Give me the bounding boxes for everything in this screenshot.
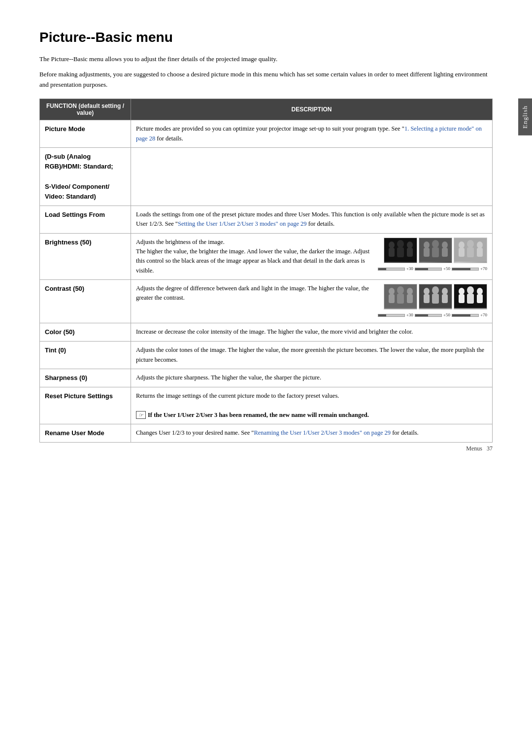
table-row: Sharpness (0) Adjusts the picture sharpn… bbox=[40, 369, 493, 387]
func-tint: Tint (0) bbox=[40, 342, 131, 369]
desc-picture-mode: Picture modes are provided so you can op… bbox=[131, 120, 493, 148]
contrast-images: +30 +50 +70 bbox=[378, 284, 487, 319]
reset-note: If the User 1/User 2/User 3 has been ren… bbox=[148, 412, 369, 418]
func-load-settings: Load Settings From bbox=[40, 206, 131, 233]
intro-paragraph-1: The Picture--Basic menu allows you to ad… bbox=[39, 54, 493, 65]
svg-point-26 bbox=[407, 288, 413, 295]
desc-color: Increase or decrease the color intensity… bbox=[131, 323, 493, 342]
svg-rect-39 bbox=[467, 294, 474, 304]
slider-label-50: +50 bbox=[443, 266, 450, 273]
desc-load-settings: Loads the settings from one of the prese… bbox=[131, 206, 493, 233]
svg-rect-32 bbox=[432, 294, 439, 304]
svg-rect-2 bbox=[389, 248, 395, 257]
language-tab: English bbox=[518, 99, 532, 136]
svg-rect-13 bbox=[442, 248, 448, 257]
col1-header: FUNCTION (default setting / value) bbox=[40, 99, 131, 120]
link-selecting-picture[interactable]: 1. Selecting a picture mode" on page 28 bbox=[136, 125, 482, 141]
feature-table: FUNCTION (default setting / value) DESCR… bbox=[39, 99, 493, 443]
svg-rect-41 bbox=[477, 294, 483, 303]
svg-point-22 bbox=[389, 288, 395, 295]
contrast-thumb-mid bbox=[419, 284, 452, 309]
svg-point-40 bbox=[477, 288, 483, 295]
svg-rect-20 bbox=[477, 248, 483, 257]
intro-paragraph-2: Before making adjustments, you are sugge… bbox=[39, 69, 493, 90]
contrast-slider-50: +50 bbox=[443, 312, 450, 319]
slider-label-70: +70 bbox=[480, 266, 487, 273]
svg-point-5 bbox=[407, 241, 413, 248]
table-row: Reset Picture Settings Returns the image… bbox=[40, 387, 493, 424]
desc-sharpness: Adjusts the picture sharpness. The highe… bbox=[131, 369, 493, 387]
svg-point-31 bbox=[432, 286, 439, 294]
svg-point-15 bbox=[459, 241, 465, 248]
svg-rect-37 bbox=[459, 294, 465, 303]
table-row: Picture Mode Picture modes are provided … bbox=[40, 120, 493, 148]
link-renaming[interactable]: Renaming the User 1/User 2/User 3 modes"… bbox=[254, 429, 391, 436]
brightness-images: +30 +50 +70 bbox=[378, 238, 487, 273]
table-row: Tint (0) Adjusts the color tones of the … bbox=[40, 342, 493, 369]
func-reset: Reset Picture Settings bbox=[40, 387, 131, 424]
svg-point-10 bbox=[432, 240, 439, 248]
svg-rect-18 bbox=[467, 247, 474, 257]
page-title: Picture--Basic menu bbox=[39, 30, 493, 45]
svg-point-38 bbox=[467, 286, 474, 294]
svg-rect-11 bbox=[432, 247, 439, 257]
desc-contrast: Adjusts the degree of difference between… bbox=[131, 280, 493, 323]
table-row: Brightness (50) Adjusts the brightness o… bbox=[40, 233, 493, 280]
table-row: Color (50) Increase or decrease the colo… bbox=[40, 323, 493, 342]
svg-point-8 bbox=[424, 241, 430, 248]
contrast-sliders: +30 +50 +70 bbox=[378, 312, 487, 319]
footer-page: 37 bbox=[487, 445, 493, 452]
svg-rect-9 bbox=[424, 248, 430, 257]
func-sharpness: Sharpness (0) bbox=[40, 369, 131, 387]
brightness-thumb-mid bbox=[419, 238, 452, 263]
col2-header: DESCRIPTION bbox=[131, 99, 493, 120]
svg-rect-6 bbox=[407, 248, 413, 257]
table-row: Load Settings From Loads the settings fr… bbox=[40, 206, 493, 233]
func-brightness: Brightness (50) bbox=[40, 233, 131, 280]
desc-reset: Returns the image settings of the curren… bbox=[131, 387, 493, 424]
desc-dsub bbox=[131, 148, 493, 206]
contrast-thumb-low bbox=[384, 284, 417, 309]
table-row: Rename User Mode Changes User 1/2/3 to y… bbox=[40, 424, 493, 443]
page-footer: Menus 37 bbox=[466, 445, 493, 452]
func-dsub: (D-sub (Analog RGB)/HDMI: Standard; S-Vi… bbox=[40, 148, 131, 206]
table-row: (D-sub (Analog RGB)/HDMI: Standard; S-Vi… bbox=[40, 148, 493, 206]
func-rename: Rename User Mode bbox=[40, 424, 131, 443]
note-icon: ☞ bbox=[136, 411, 146, 419]
contrast-slider-30: +30 bbox=[406, 312, 413, 319]
link-user-modes[interactable]: Setting the User 1/User 2/User 3 modes" … bbox=[178, 220, 307, 227]
svg-point-24 bbox=[397, 286, 404, 294]
svg-rect-25 bbox=[397, 294, 404, 304]
table-row: Contrast (50) Adjusts the degree of diff… bbox=[40, 280, 493, 323]
brightness-thumb-dark bbox=[384, 238, 417, 263]
desc-brightness: Adjusts the brightness of the image. The… bbox=[131, 233, 493, 280]
svg-rect-23 bbox=[389, 294, 395, 303]
svg-point-33 bbox=[442, 288, 448, 295]
svg-point-12 bbox=[442, 241, 448, 248]
contrast-thumb-high bbox=[454, 284, 487, 309]
svg-point-29 bbox=[424, 288, 430, 295]
svg-rect-34 bbox=[442, 294, 448, 303]
desc-rename: Changes User 1/2/3 to your desired name.… bbox=[131, 424, 493, 443]
slider-label-30: +30 bbox=[406, 266, 413, 273]
func-contrast: Contrast (50) bbox=[40, 280, 131, 323]
svg-rect-27 bbox=[407, 294, 413, 303]
func-picture-mode: Picture Mode bbox=[40, 120, 131, 148]
svg-rect-30 bbox=[424, 294, 430, 303]
svg-point-1 bbox=[389, 241, 395, 248]
svg-point-17 bbox=[467, 240, 474, 248]
svg-rect-16 bbox=[459, 248, 465, 257]
func-color: Color (50) bbox=[40, 323, 131, 342]
footer-text: Menus bbox=[466, 445, 482, 452]
svg-rect-4 bbox=[397, 247, 404, 257]
brightness-thumb-bright bbox=[454, 238, 487, 263]
svg-point-3 bbox=[397, 240, 404, 248]
brightness-sliders: +30 +50 +70 bbox=[378, 266, 487, 273]
desc-tint: Adjusts the color tones of the image. Th… bbox=[131, 342, 493, 369]
svg-point-19 bbox=[477, 241, 483, 248]
contrast-slider-70: +70 bbox=[480, 312, 487, 319]
svg-point-36 bbox=[459, 288, 465, 295]
